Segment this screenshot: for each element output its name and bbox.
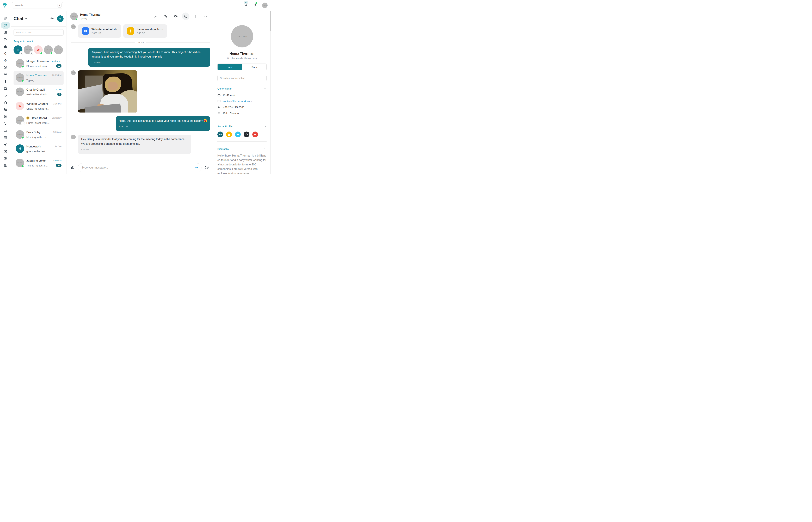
file-attachment-zip[interactable]: themeforest-pack.z... 2.45 GB xyxy=(123,24,167,38)
rail-dashboard-icon[interactable] xyxy=(1,15,10,22)
chat-item-chariie-chaplin[interactable]: 100x100 Chariie Chaplin Hello mike, than… xyxy=(14,85,63,99)
video-call-button[interactable] xyxy=(172,13,180,20)
rail-ticket-icon[interactable] xyxy=(1,127,10,134)
rail-tasks-icon[interactable] xyxy=(1,106,10,113)
video-icon xyxy=(174,14,178,18)
rail-map-icon[interactable] xyxy=(1,148,10,155)
rail-user-edit-icon[interactable] xyxy=(1,36,10,43)
chat-search-input[interactable] xyxy=(14,29,63,36)
more-options-button[interactable] xyxy=(192,13,199,20)
file-cards: Website_content.xls 2,635 KB themeforest… xyxy=(78,24,167,38)
scrollbar-thumb[interactable] xyxy=(270,11,271,31)
avatar: 100x100 xyxy=(16,87,24,96)
outgoing-message-bubble[interactable]: Anyways, I am working on something that … xyxy=(88,47,210,67)
avatar-initial: W xyxy=(19,104,21,108)
outgoing-message-bubble[interactable]: Haha, this joke is hilarious. Is it what… xyxy=(116,116,210,131)
photo-message[interactable] xyxy=(78,71,137,113)
rail-org-chart-icon[interactable] xyxy=(1,43,10,50)
biography-title: Biography xyxy=(217,147,229,150)
frequent-avatar[interactable]: 100x100 xyxy=(54,45,63,54)
google-icon[interactable]: G xyxy=(252,132,258,137)
rail-messages-icon[interactable] xyxy=(1,155,10,162)
chat-dropdown[interactable]: Chat xyxy=(14,16,27,21)
role-text: Co-Founder xyxy=(223,94,237,97)
behance-icon[interactable]: Bē xyxy=(217,132,223,137)
rail-support-icon[interactable] xyxy=(1,99,10,106)
global-search-input[interactable] xyxy=(12,2,63,9)
conversation-header: 100x100 Huma Therman Typing xyxy=(66,11,213,22)
chat-item-winston-churchil[interactable]: W Winston Churchil Show me what re... 3:… xyxy=(14,99,63,114)
conversation-search xyxy=(217,75,266,81)
rail-integrations-icon[interactable] xyxy=(1,120,10,127)
rail-signature-icon[interactable] xyxy=(1,92,10,99)
conversation-contact-name: Huma Therman xyxy=(80,13,101,17)
chat-item-texts: Boss Baby Meeting in the m... xyxy=(26,130,51,142)
rail-computer-icon[interactable] xyxy=(1,85,10,92)
page-scrollbar[interactable] xyxy=(270,11,271,174)
rail-music-icon[interactable] xyxy=(1,64,10,71)
avatar: 100x100 xyxy=(16,116,24,124)
general-info-section-header[interactable]: General Info xyxy=(217,87,266,90)
attach-file-button[interactable] xyxy=(71,165,75,170)
biography-section-header[interactable]: Biography xyxy=(217,147,266,150)
rail-info-person-icon[interactable] xyxy=(1,78,10,85)
github-icon[interactable] xyxy=(243,132,250,137)
frequent-avatar[interactable]: 100x100 xyxy=(24,45,33,54)
incoming-message-bubble[interactable]: Hey Ben, just a reminder that you are co… xyxy=(78,135,191,154)
sender-avatar: 50x50 xyxy=(71,71,76,75)
avatar-placeholder: 100x100 xyxy=(25,49,31,51)
group-person-badge xyxy=(29,52,33,55)
octocat-glyph xyxy=(245,133,248,136)
profile-avatar: 180x180 xyxy=(231,25,253,47)
rail-training-icon[interactable] xyxy=(1,71,10,78)
chat-item-morgan-freeman[interactable]: 100x100 Morgan Freeman Please send som..… xyxy=(14,57,63,71)
collapse-button[interactable] xyxy=(202,13,209,20)
send-button[interactable] xyxy=(195,166,199,170)
rail-calendar-icon[interactable] xyxy=(1,134,10,141)
rail-send-icon[interactable] xyxy=(1,141,10,148)
rail-mentions-icon[interactable]: @ xyxy=(1,57,10,64)
info-button[interactable] xyxy=(182,13,190,20)
social-profile-section-header[interactable]: Social Profile xyxy=(217,125,266,128)
rail-target-icon[interactable] xyxy=(1,113,10,120)
message-row-outgoing: Anyways, I am working on something that … xyxy=(71,47,210,67)
chat-item-office-board[interactable]: 100x100 Office Board Huma: great work...… xyxy=(14,114,63,128)
inbox-button[interactable]: 4 xyxy=(243,3,247,7)
new-chat-button[interactable] xyxy=(57,15,63,22)
chat-item-meta: 10:25 PM xyxy=(52,73,61,85)
app-logo[interactable] xyxy=(0,3,11,8)
chat-item-meta: 24 Jsn xyxy=(55,144,61,156)
online-dot xyxy=(22,80,24,82)
message-row-image: 50x50 xyxy=(71,71,210,113)
frequent-avatar[interactable]: W xyxy=(34,45,43,54)
rail-contacts-icon[interactable] xyxy=(1,29,10,36)
file-attachment-xls[interactable]: Website_content.xls 2,635 KB xyxy=(78,24,121,38)
tab-info[interactable]: Info xyxy=(218,64,242,70)
frequent-avatar[interactable]: 100x100 xyxy=(44,45,53,54)
rail-schedule-icon[interactable] xyxy=(1,162,10,169)
rail-quora-icon[interactable]: Q xyxy=(1,50,10,57)
voice-call-button[interactable] xyxy=(162,13,170,20)
dropbox-icon[interactable]: ❖ xyxy=(235,132,241,137)
rail-chat-icon[interactable] xyxy=(1,22,10,29)
tab-files[interactable]: Files xyxy=(242,64,266,70)
email-link[interactable]: contact@hencework.com xyxy=(223,100,252,103)
chat-item-jaquiline-joker[interactable]: 100x100 Jaquiline Joker This is my test … xyxy=(14,156,63,170)
unread-badge: 37 xyxy=(56,164,61,167)
notifications-button[interactable] xyxy=(253,3,257,7)
conversation-avatar[interactable]: 100x100 xyxy=(70,13,78,20)
online-dot xyxy=(22,65,24,68)
chat-settings-button[interactable] xyxy=(50,17,54,21)
chat-item-boss-baby[interactable]: 100x100 Boss Baby Meeting in the m... 5:… xyxy=(14,128,63,142)
frequent-avatar[interactable]: H xyxy=(14,45,22,54)
logo-bird-icon xyxy=(3,3,8,8)
user-avatar[interactable]: 50x50 xyxy=(262,3,268,8)
chat-item-huma-therman[interactable]: 100x100 Huma Therman Typing... 10:25 PM xyxy=(14,71,63,85)
add-user-button[interactable] xyxy=(152,13,160,20)
message-input[interactable] xyxy=(78,163,201,172)
chat-item-hencework[interactable]: H Hencework give me the last ... 24 Jsn xyxy=(14,142,63,156)
chat-item-preview: Show me what re... xyxy=(26,107,51,110)
emoji-picker-button[interactable] xyxy=(204,165,209,170)
google-drive-icon[interactable] xyxy=(226,132,232,137)
conversation-search-input[interactable] xyxy=(217,75,266,81)
